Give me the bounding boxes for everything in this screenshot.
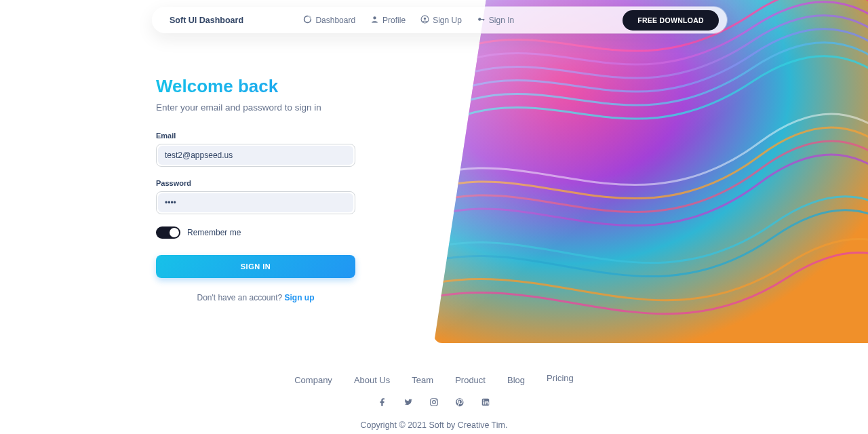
twitter-icon[interactable] bbox=[403, 397, 413, 410]
footer-links: Company About Us Team Product Blog Prici… bbox=[0, 375, 868, 385]
top-navbar: Soft UI Dashboard Dashboard Profile Sign… bbox=[152, 7, 727, 33]
svg-point-6 bbox=[478, 18, 481, 20]
user-circle-icon bbox=[420, 15, 429, 26]
pinterest-icon[interactable] bbox=[455, 397, 465, 410]
footer-pricing[interactable]: Pricing bbox=[547, 373, 574, 383]
signup-link[interactable]: Sign up bbox=[285, 293, 315, 302]
user-icon bbox=[370, 15, 379, 26]
hero-image bbox=[434, 0, 868, 343]
free-download-button[interactable]: FREE DOWNLOAD bbox=[623, 10, 719, 31]
svg-rect-13 bbox=[484, 401, 485, 405]
remember-label: Remember me bbox=[187, 228, 241, 237]
password-field-wrap bbox=[156, 191, 355, 214]
signup-prompt-text: Don't have an account? bbox=[197, 293, 284, 302]
nav-dashboard[interactable]: Dashboard bbox=[303, 15, 355, 26]
nav-signup[interactable]: Sign Up bbox=[420, 15, 462, 26]
email-label: Email bbox=[156, 132, 355, 140]
signin-panel: Welcome back Enter your email and passwo… bbox=[156, 76, 387, 302]
svg-point-11 bbox=[436, 399, 437, 400]
svg-point-5 bbox=[424, 17, 426, 19]
svg-point-10 bbox=[433, 401, 436, 404]
svg-point-14 bbox=[484, 399, 485, 401]
nav-dashboard-label: Dashboard bbox=[315, 16, 355, 25]
password-input[interactable] bbox=[158, 193, 353, 212]
nav-profile[interactable]: Profile bbox=[370, 15, 406, 26]
key-icon bbox=[477, 15, 486, 26]
footer-product[interactable]: Product bbox=[455, 375, 486, 385]
signup-prompt: Don't have an account? Sign up bbox=[156, 293, 355, 302]
remember-toggle[interactable] bbox=[156, 226, 180, 239]
signin-button[interactable]: SIGN IN bbox=[156, 255, 355, 278]
nav-profile-label: Profile bbox=[382, 16, 406, 25]
nav-signin-label: Sign In bbox=[489, 16, 514, 25]
social-icons bbox=[0, 397, 868, 410]
nav-signup-label: Sign Up bbox=[433, 16, 462, 25]
remember-row: Remember me bbox=[156, 226, 355, 239]
footer-about[interactable]: About Us bbox=[354, 375, 390, 385]
donut-icon bbox=[303, 15, 312, 26]
svg-rect-8 bbox=[484, 18, 484, 20]
signin-form: Email Password Remember me SIGN IN Don't… bbox=[156, 132, 355, 302]
email-input[interactable] bbox=[158, 146, 353, 165]
nav-links: Dashboard Profile Sign Up Sign In bbox=[303, 15, 514, 26]
copyright: Copyright © 2021 Soft by Creative Tim. bbox=[0, 420, 868, 430]
footer: Company About Us Team Product Blog Prici… bbox=[0, 375, 868, 434]
footer-team[interactable]: Team bbox=[412, 375, 433, 385]
facebook-icon[interactable] bbox=[378, 397, 387, 410]
email-field-wrap bbox=[156, 144, 355, 167]
brand-title[interactable]: Soft UI Dashboard bbox=[170, 16, 243, 25]
page-title: Welcome back bbox=[156, 76, 387, 97]
footer-company[interactable]: Company bbox=[294, 375, 332, 385]
nav-signin[interactable]: Sign In bbox=[477, 15, 514, 26]
password-label: Password bbox=[156, 179, 355, 187]
page-subtitle: Enter your email and password to sign in bbox=[156, 102, 387, 113]
instagram-icon[interactable] bbox=[429, 397, 439, 410]
linkedin-icon[interactable] bbox=[481, 397, 490, 410]
footer-blog[interactable]: Blog bbox=[507, 375, 525, 385]
svg-rect-1 bbox=[434, 0, 868, 343]
svg-point-3 bbox=[373, 16, 376, 19]
